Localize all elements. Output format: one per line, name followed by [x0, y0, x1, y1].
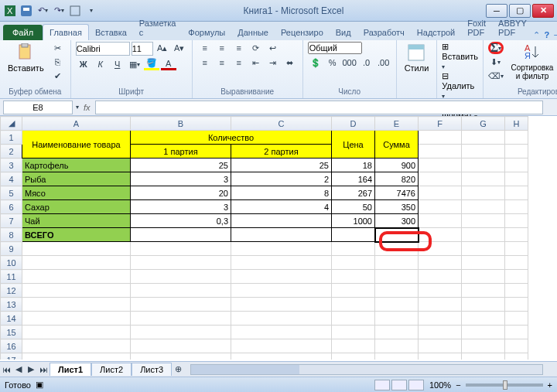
cell[interactable]: Сумма	[375, 131, 419, 159]
tab-data[interactable]: Данные	[231, 25, 275, 40]
zoom-in-icon[interactable]: +	[548, 380, 552, 390]
tab-review[interactable]: Рецензиро	[275, 25, 330, 40]
tab-foxit[interactable]: Foxit PDF	[461, 15, 492, 40]
number-format-select[interactable]	[308, 42, 362, 54]
align-bottom-icon[interactable]: ≡	[231, 42, 247, 54]
copy-icon[interactable]: ⎘	[50, 56, 66, 68]
align-center-icon[interactable]: ≡	[214, 56, 230, 69]
paste-button[interactable]: Вставить	[5, 42, 47, 74]
sort-filter-button[interactable]: АЯ Сортировка и фильтр	[507, 42, 557, 82]
sheet-nav-prev-icon[interactable]: ◀	[12, 364, 25, 374]
ribbon-minimize-icon[interactable]: ⌃	[533, 30, 540, 40]
col-header-G[interactable]: G	[462, 117, 505, 131]
tab-addins[interactable]: Надстрой	[411, 25, 461, 40]
autosum-button[interactable]: Σ▾	[488, 42, 504, 54]
col-header-B[interactable]: B	[131, 117, 231, 131]
view-layout-icon[interactable]	[391, 380, 407, 390]
sheet-nav-last-icon[interactable]: ⏭	[37, 365, 50, 374]
sheet-nav-first-icon[interactable]: ⏮	[0, 365, 12, 374]
dec-decimal-icon[interactable]: .00	[376, 56, 391, 69]
indent-dec-icon[interactable]: ⇤	[248, 56, 264, 69]
sheet-tab-1[interactable]: Лист1	[50, 363, 91, 376]
tab-layout[interactable]: Разметка с	[133, 15, 183, 40]
qat-more-icon[interactable]: ▾	[84, 4, 98, 18]
selected-cell-E8[interactable]	[375, 228, 419, 242]
horizontal-scrollbar[interactable]	[190, 364, 543, 375]
cut-icon[interactable]: ✂	[50, 42, 66, 54]
format-painter-icon[interactable]: ✔	[50, 70, 66, 82]
undo-icon[interactable]: ↶▾	[36, 4, 50, 18]
align-middle-icon[interactable]: ≡	[214, 42, 230, 54]
tab-view[interactable]: Вид	[330, 25, 357, 40]
macro-record-icon[interactable]: ▣	[36, 380, 43, 390]
styles-button[interactable]: Стили	[402, 42, 432, 74]
cells-insert-button[interactable]: ⊞ Вставить ▾	[442, 42, 478, 70]
new-sheet-icon[interactable]: ⊕	[172, 364, 184, 374]
cell[interactable]: 1 партия	[131, 145, 231, 159]
italic-icon[interactable]: К	[93, 58, 108, 70]
select-all-corner[interactable]: ◢	[1, 117, 22, 131]
font-name-input[interactable]	[76, 42, 130, 56]
border-icon[interactable]: ▦▾	[127, 58, 142, 70]
col-header-E[interactable]: E	[375, 117, 419, 131]
print-preview-icon[interactable]	[68, 4, 82, 18]
tab-insert[interactable]: Вставка	[89, 25, 133, 40]
col-header-F[interactable]: F	[419, 117, 462, 131]
currency-icon[interactable]: 💲	[308, 56, 323, 69]
save-icon[interactable]	[19, 4, 33, 18]
name-box[interactable]: E8	[3, 101, 73, 114]
col-header-C[interactable]: C	[231, 117, 332, 131]
view-pagebreak-icon[interactable]	[408, 380, 424, 390]
align-right-icon[interactable]: ≡	[231, 56, 247, 69]
font-size-input[interactable]	[132, 42, 153, 56]
underline-icon[interactable]: Ч	[110, 58, 125, 70]
percent-icon[interactable]: %	[325, 56, 340, 69]
tab-file[interactable]: Файл	[3, 25, 43, 40]
shrink-font-icon[interactable]: A▾	[172, 42, 187, 54]
row-header[interactable]: 2	[1, 145, 22, 159]
tab-abbyy[interactable]: ABBYY PDF	[492, 15, 533, 40]
tab-formulas[interactable]: Формулы	[182, 25, 231, 40]
fill-icon[interactable]: ⬇▾	[488, 56, 504, 68]
fill-color-icon[interactable]: 🪣	[144, 58, 159, 70]
grow-font-icon[interactable]: A▴	[155, 42, 170, 54]
align-left-icon[interactable]: ≡	[197, 56, 213, 69]
close-button[interactable]: ✕	[532, 4, 554, 18]
bold-icon[interactable]: Ж	[76, 58, 91, 70]
orientation-icon[interactable]: ⟳	[248, 42, 264, 54]
formula-input[interactable]	[95, 101, 543, 114]
comma-icon[interactable]: 000	[342, 56, 357, 69]
wrap-text-icon[interactable]: ↩	[265, 42, 281, 54]
zoom-slider[interactable]	[466, 383, 543, 387]
indent-inc-icon[interactable]: ⇥	[265, 56, 281, 69]
worksheet[interactable]: ◢ A B C D E F G H 1 Наименование товара …	[0, 116, 557, 360]
tab-developer[interactable]: Разработч	[357, 25, 411, 40]
sort-icon: АЯ	[523, 43, 542, 62]
sheet-tab-3[interactable]: Лист3	[132, 363, 172, 376]
row-header[interactable]: 1	[1, 131, 22, 145]
cell[interactable]: Цена	[332, 131, 375, 159]
col-header-H[interactable]: H	[505, 117, 528, 131]
doc-minimize-icon[interactable]: ─	[554, 30, 557, 40]
clear-icon[interactable]: ⌫▾	[488, 70, 504, 82]
sheet-tab-2[interactable]: Лист2	[91, 363, 132, 376]
col-header-D[interactable]: D	[332, 117, 375, 131]
cells-delete-button[interactable]: ⊟ Удалить ▾	[442, 71, 478, 100]
redo-icon[interactable]: ↷▾	[52, 4, 66, 18]
zoom-out-icon[interactable]: −	[456, 380, 460, 390]
help-icon[interactable]: ?	[545, 30, 550, 40]
cell[interactable]: Количество	[131, 131, 332, 145]
col-header-A[interactable]: A	[22, 117, 131, 131]
zoom-level[interactable]: 100%	[429, 380, 451, 390]
sheet-nav-next-icon[interactable]: ▶	[25, 364, 37, 374]
align-top-icon[interactable]: ≡	[197, 42, 213, 54]
fx-icon[interactable]: fx	[79, 103, 95, 112]
merge-icon[interactable]: ⬌	[282, 56, 298, 69]
excel-icon[interactable]: X	[3, 4, 17, 18]
view-normal-icon[interactable]	[374, 380, 390, 390]
cell[interactable]: 2 партия	[231, 145, 332, 159]
font-color-icon[interactable]: A	[161, 58, 176, 70]
cell[interactable]: Наименование товара	[22, 131, 131, 159]
tab-home[interactable]: Главная	[43, 24, 89, 40]
inc-decimal-icon[interactable]: .0	[359, 56, 374, 69]
